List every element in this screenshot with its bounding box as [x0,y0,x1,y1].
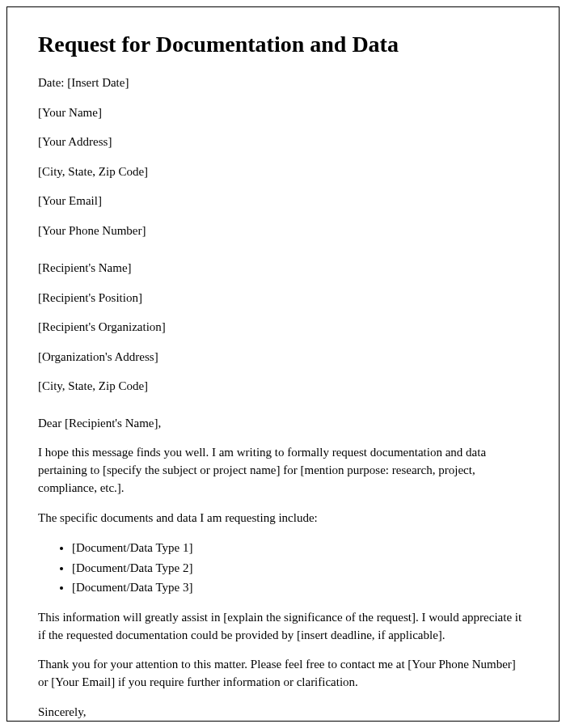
recipient-position: [Recipient's Position] [38,289,528,307]
salutation: Dear [Recipient's Name], [38,415,528,433]
body-para-3: Thank you for your attention to this mat… [38,656,528,692]
body-para-1: I hope this message finds you well. I am… [38,444,528,497]
recipient-citystatezip: [City, State, Zip Code] [38,377,528,396]
closing: Sincerely, [38,704,528,722]
document-page: Request for Documentation and Data Date:… [6,6,560,722]
request-list: [Document/Data Type 1] [Document/Data Ty… [72,539,528,597]
list-intro: The specific documents and data I am req… [38,510,528,527]
list-item: [Document/Data Type 2] [72,559,528,578]
list-item: [Document/Data Type 3] [72,578,528,597]
sender-address: [Your Address] [38,133,528,151]
recipient-name: [Recipient's Name] [38,259,528,277]
recipient-organization: [Recipient's Organization] [38,318,528,336]
recipient-address: [Organization's Address] [38,348,528,366]
sender-block: Date: [Insert Date] [Your Name] [Your Ad… [38,74,528,239]
list-item: [Document/Data Type 1] [72,539,528,557]
sender-phone: [Your Phone Number] [38,222,528,240]
sender-citystatezip: [City, State, Zip Code] [38,163,528,181]
sender-email: [Your Email] [38,192,528,210]
letter-body: Dear [Recipient's Name], I hope this mes… [38,415,528,722]
date-line: Date: [Insert Date] [38,74,528,92]
body-para-2: This information will greatly assist in … [38,609,528,645]
sender-name: [Your Name] [38,104,528,122]
document-title: Request for Documentation and Data [38,32,528,57]
recipient-block: [Recipient's Name] [Recipient's Position… [38,259,528,396]
